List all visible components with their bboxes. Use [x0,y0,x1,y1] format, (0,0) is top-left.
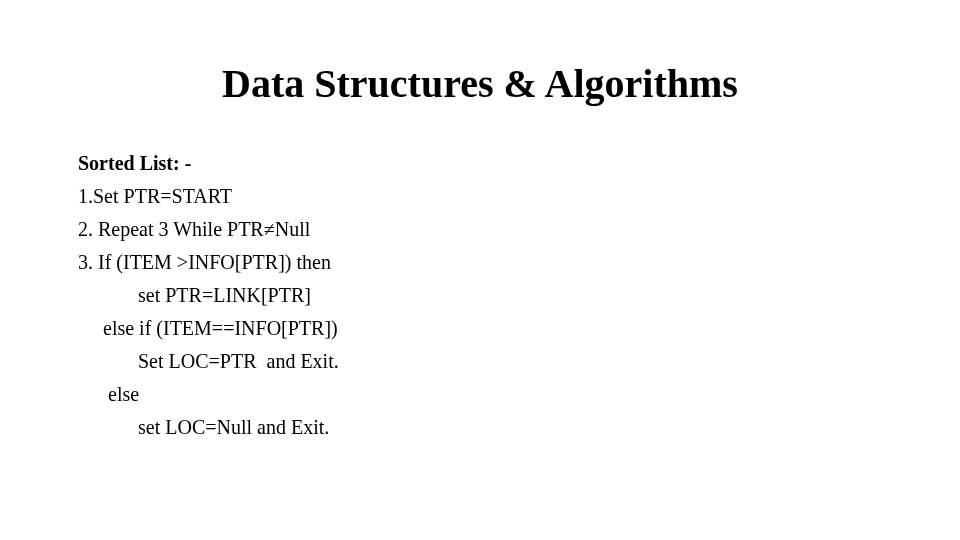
slide: Data Structures & Algorithms Sorted List… [0,0,960,540]
algorithm-line: set LOC=Null and Exit. [78,411,960,444]
algorithm-line: else [78,378,960,411]
algorithm-line: 1.Set PTR=START [78,180,960,213]
page-title: Data Structures & Algorithms [0,60,960,107]
algorithm-line: 3. If (ITEM >INFO[PTR]) then [78,246,960,279]
algorithm-line: else if (ITEM==INFO[PTR]) [78,312,960,345]
section-heading: Sorted List: - [78,147,960,180]
algorithm-line: Set LOC=PTR and Exit. [78,345,960,378]
algorithm-line: set PTR=LINK[PTR] [78,279,960,312]
algorithm-line: 2. Repeat 3 While PTR≠Null [78,213,960,246]
content-block: Sorted List: - 1.Set PTR=START 2. Repeat… [0,147,960,444]
